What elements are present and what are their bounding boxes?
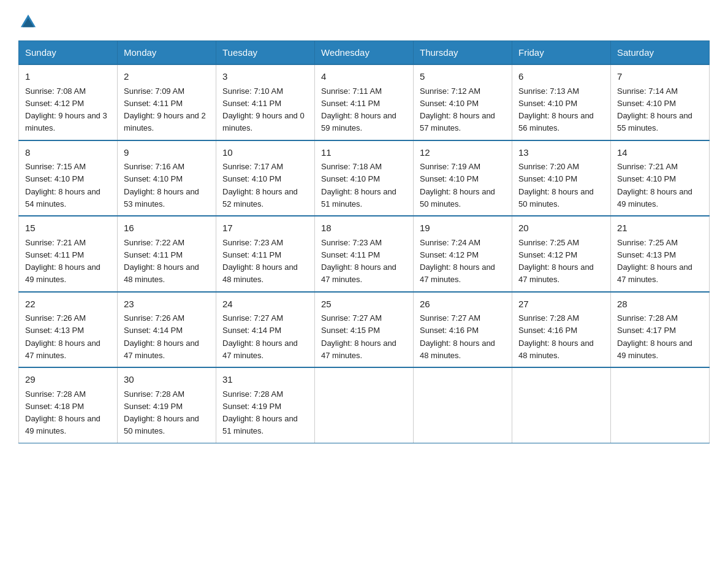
day-number: 14 [617, 146, 703, 160]
day-info: Sunrise: 7:11 AMSunset: 4:11 PMDaylight:… [321, 86, 396, 133]
calendar-cell: 1 Sunrise: 7:08 AMSunset: 4:12 PMDayligh… [19, 64, 118, 140]
calendar-cell: 28 Sunrise: 7:28 AMSunset: 4:17 PMDaylig… [611, 292, 710, 368]
day-number: 13 [518, 146, 604, 160]
day-info: Sunrise: 7:28 AMSunset: 4:18 PMDaylight:… [25, 389, 100, 436]
calendar-cell: 20 Sunrise: 7:25 AMSunset: 4:12 PMDaylig… [512, 216, 611, 292]
calendar-cell [414, 367, 512, 443]
day-number: 6 [518, 70, 604, 84]
day-info: Sunrise: 7:09 AMSunset: 4:11 PMDaylight:… [124, 86, 206, 133]
day-number: 1 [25, 70, 111, 84]
day-number: 29 [25, 373, 111, 387]
day-number: 11 [321, 146, 407, 160]
day-number: 10 [222, 146, 308, 160]
day-info: Sunrise: 7:28 AMSunset: 4:19 PMDaylight:… [222, 389, 298, 436]
day-info: Sunrise: 7:13 AMSunset: 4:10 PMDaylight:… [518, 86, 594, 133]
calendar-cell: 5 Sunrise: 7:12 AMSunset: 4:10 PMDayligh… [414, 64, 512, 140]
day-info: Sunrise: 7:20 AMSunset: 4:10 PMDaylight:… [518, 162, 594, 209]
day-info: Sunrise: 7:28 AMSunset: 4:19 PMDaylight:… [124, 389, 199, 436]
day-number: 8 [25, 146, 111, 160]
calendar-cell: 11 Sunrise: 7:18 AMSunset: 4:10 PMDaylig… [315, 140, 414, 216]
day-number: 31 [222, 373, 308, 387]
day-info: Sunrise: 7:18 AMSunset: 4:10 PMDaylight:… [321, 162, 396, 209]
day-of-week-header: Sunday [19, 41, 118, 65]
day-number: 21 [617, 221, 703, 236]
calendar-cell [611, 367, 710, 443]
day-info: Sunrise: 7:24 AMSunset: 4:12 PMDaylight:… [420, 238, 495, 285]
day-info: Sunrise: 7:27 AMSunset: 4:15 PMDaylight:… [321, 313, 396, 360]
logo-icon [20, 12, 37, 29]
day-info: Sunrise: 7:26 AMSunset: 4:13 PMDaylight:… [25, 313, 100, 360]
day-number: 17 [222, 221, 308, 236]
day-number: 30 [124, 373, 210, 387]
calendar-cell: 27 Sunrise: 7:28 AMSunset: 4:16 PMDaylig… [512, 292, 611, 368]
calendar-cell [512, 367, 611, 443]
calendar-cell: 6 Sunrise: 7:13 AMSunset: 4:10 PMDayligh… [512, 64, 611, 140]
week-row: 29 Sunrise: 7:28 AMSunset: 4:18 PMDaylig… [19, 367, 710, 443]
day-info: Sunrise: 7:16 AMSunset: 4:10 PMDaylight:… [124, 162, 199, 209]
day-of-week-header: Thursday [414, 41, 512, 65]
day-of-week-header: Saturday [611, 41, 710, 65]
day-info: Sunrise: 7:22 AMSunset: 4:11 PMDaylight:… [124, 238, 199, 285]
calendar-cell: 17 Sunrise: 7:23 AMSunset: 4:11 PMDaylig… [216, 216, 315, 292]
day-info: Sunrise: 7:27 AMSunset: 4:16 PMDaylight:… [420, 313, 495, 360]
day-number: 19 [420, 221, 506, 236]
calendar-cell: 30 Sunrise: 7:28 AMSunset: 4:19 PMDaylig… [118, 367, 216, 443]
calendar-cell: 9 Sunrise: 7:16 AMSunset: 4:10 PMDayligh… [118, 140, 216, 216]
day-info: Sunrise: 7:28 AMSunset: 4:16 PMDaylight:… [518, 313, 594, 360]
calendar-cell: 7 Sunrise: 7:14 AMSunset: 4:10 PMDayligh… [611, 64, 710, 140]
day-info: Sunrise: 7:08 AMSunset: 4:12 PMDaylight:… [25, 86, 107, 133]
calendar-cell: 3 Sunrise: 7:10 AMSunset: 4:11 PMDayligh… [216, 64, 315, 140]
calendar-cell: 29 Sunrise: 7:28 AMSunset: 4:18 PMDaylig… [19, 367, 118, 443]
calendar-cell: 2 Sunrise: 7:09 AMSunset: 4:11 PMDayligh… [118, 64, 216, 140]
calendar-cell: 14 Sunrise: 7:21 AMSunset: 4:10 PMDaylig… [611, 140, 710, 216]
calendar-cell: 16 Sunrise: 7:22 AMSunset: 4:11 PMDaylig… [118, 216, 216, 292]
logo [18, 12, 37, 29]
calendar-cell: 19 Sunrise: 7:24 AMSunset: 4:12 PMDaylig… [414, 216, 512, 292]
day-number: 5 [420, 70, 506, 84]
day-of-week-header: Friday [512, 41, 611, 65]
week-row: 22 Sunrise: 7:26 AMSunset: 4:13 PMDaylig… [19, 292, 710, 368]
day-number: 25 [321, 297, 407, 312]
calendar-cell: 24 Sunrise: 7:27 AMSunset: 4:14 PMDaylig… [216, 292, 315, 368]
day-number: 9 [124, 146, 210, 160]
calendar-cell: 12 Sunrise: 7:19 AMSunset: 4:10 PMDaylig… [414, 140, 512, 216]
day-of-week-header: Monday [118, 41, 216, 65]
calendar-cell: 21 Sunrise: 7:25 AMSunset: 4:13 PMDaylig… [611, 216, 710, 292]
day-info: Sunrise: 7:28 AMSunset: 4:17 PMDaylight:… [617, 313, 692, 360]
day-number: 2 [124, 70, 210, 84]
day-of-week-header: Wednesday [315, 41, 414, 65]
header-row: SundayMondayTuesdayWednesdayThursdayFrid… [19, 41, 710, 65]
calendar-cell: 25 Sunrise: 7:27 AMSunset: 4:15 PMDaylig… [315, 292, 414, 368]
day-number: 23 [124, 297, 210, 312]
day-number: 22 [25, 297, 111, 312]
day-info: Sunrise: 7:21 AMSunset: 4:11 PMDaylight:… [25, 238, 100, 285]
week-row: 15 Sunrise: 7:21 AMSunset: 4:11 PMDaylig… [19, 216, 710, 292]
day-of-week-header: Tuesday [216, 41, 315, 65]
day-number: 4 [321, 70, 407, 84]
day-info: Sunrise: 7:17 AMSunset: 4:10 PMDaylight:… [222, 162, 298, 209]
week-row: 8 Sunrise: 7:15 AMSunset: 4:10 PMDayligh… [19, 140, 710, 216]
calendar-cell: 26 Sunrise: 7:27 AMSunset: 4:16 PMDaylig… [414, 292, 512, 368]
day-info: Sunrise: 7:10 AMSunset: 4:11 PMDaylight:… [222, 86, 305, 133]
calendar-cell: 23 Sunrise: 7:26 AMSunset: 4:14 PMDaylig… [118, 292, 216, 368]
day-info: Sunrise: 7:25 AMSunset: 4:13 PMDaylight:… [617, 238, 692, 285]
calendar-cell: 10 Sunrise: 7:17 AMSunset: 4:10 PMDaylig… [216, 140, 315, 216]
day-info: Sunrise: 7:14 AMSunset: 4:10 PMDaylight:… [617, 86, 692, 133]
week-row: 1 Sunrise: 7:08 AMSunset: 4:12 PMDayligh… [19, 64, 710, 140]
page-header [18, 12, 710, 29]
day-info: Sunrise: 7:23 AMSunset: 4:11 PMDaylight:… [321, 238, 396, 285]
day-number: 26 [420, 297, 506, 312]
day-info: Sunrise: 7:19 AMSunset: 4:10 PMDaylight:… [420, 162, 495, 209]
day-info: Sunrise: 7:26 AMSunset: 4:14 PMDaylight:… [124, 313, 199, 360]
calendar-cell: 8 Sunrise: 7:15 AMSunset: 4:10 PMDayligh… [19, 140, 118, 216]
day-info: Sunrise: 7:21 AMSunset: 4:10 PMDaylight:… [617, 162, 692, 209]
calendar-cell: 22 Sunrise: 7:26 AMSunset: 4:13 PMDaylig… [19, 292, 118, 368]
day-number: 7 [617, 70, 703, 84]
day-info: Sunrise: 7:25 AMSunset: 4:12 PMDaylight:… [518, 238, 594, 285]
calendar-cell: 15 Sunrise: 7:21 AMSunset: 4:11 PMDaylig… [19, 216, 118, 292]
day-number: 15 [25, 221, 111, 236]
day-info: Sunrise: 7:27 AMSunset: 4:14 PMDaylight:… [222, 313, 298, 360]
calendar-cell: 31 Sunrise: 7:28 AMSunset: 4:19 PMDaylig… [216, 367, 315, 443]
day-number: 3 [222, 70, 308, 84]
day-number: 16 [124, 221, 210, 236]
